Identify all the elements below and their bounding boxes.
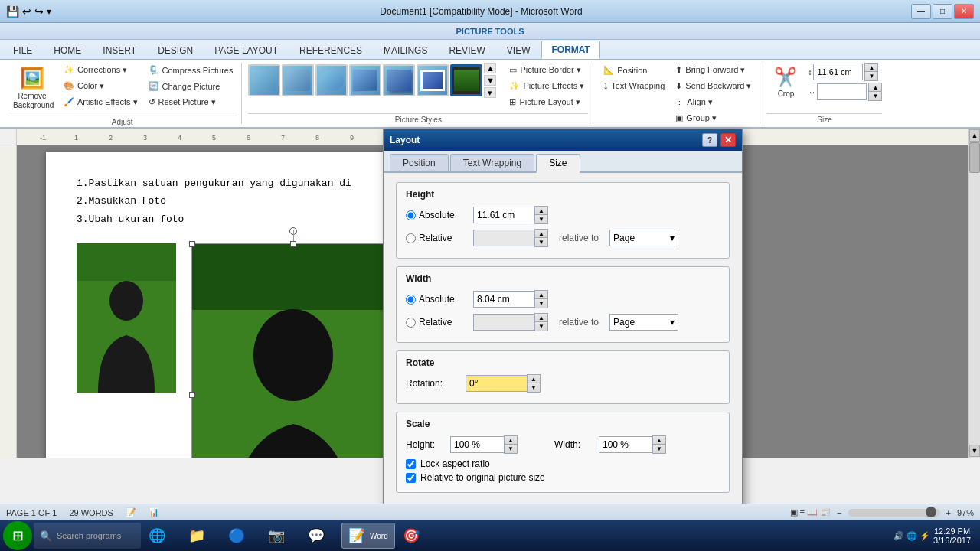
- width-up[interactable]: ▲: [869, 83, 881, 92]
- scale-height-spinner[interactable]: ▲ ▼: [504, 435, 518, 454]
- height-down[interactable]: ▼: [865, 72, 877, 80]
- remove-background-button[interactable]: 🖼️ RemoveBackground: [8, 63, 57, 114]
- handle-tl[interactable]: [189, 241, 195, 247]
- picture-border-button[interactable]: ▭ Picture Border ▾: [505, 63, 588, 77]
- dialog-tab-size[interactable]: Size: [536, 154, 580, 173]
- taskbar-chrome[interactable]: 🔵: [222, 523, 260, 549]
- corrections-button[interactable]: ✨ Corrections ▾: [60, 63, 142, 77]
- height-relative-label[interactable]: Relative: [406, 233, 467, 243]
- scroll-down-btn[interactable]: ▼: [969, 445, 980, 457]
- height-spinner[interactable]: ▲ ▼: [864, 63, 878, 81]
- scale-width-input[interactable]: [599, 436, 652, 453]
- style-thumb-3[interactable]: [315, 64, 348, 96]
- zoom-slider[interactable]: [848, 509, 940, 517]
- zoom-in-btn[interactable]: +: [946, 508, 951, 517]
- height-relative-radio[interactable]: [406, 233, 416, 243]
- style-thumb-4[interactable]: [349, 64, 381, 96]
- sw-up[interactable]: ▲: [653, 436, 665, 445]
- taskbar-search[interactable]: 🔍 Search programs: [34, 523, 141, 549]
- height-rel-down[interactable]: ▼: [535, 238, 547, 246]
- taskbar-chat[interactable]: 💬: [302, 523, 340, 549]
- height-rel-up[interactable]: ▲: [535, 230, 547, 238]
- tab-format[interactable]: FORMAT: [541, 41, 599, 59]
- height-absolute-input[interactable]: [473, 207, 534, 223]
- style-thumb-2[interactable]: [282, 64, 314, 96]
- width-input[interactable]: [817, 83, 867, 100]
- text-wrapping-button[interactable]: ⤵ Text Wrapping: [599, 79, 668, 93]
- tab-design[interactable]: DESIGN: [148, 41, 203, 59]
- close-button[interactable]: ✕: [954, 4, 974, 19]
- artistic-effects-button[interactable]: 🖌️ Artistic Effects ▾: [60, 95, 142, 109]
- start-button[interactable]: ⊞: [3, 521, 32, 550]
- zoom-out-btn[interactable]: −: [837, 508, 841, 517]
- height-absolute-radio[interactable]: [406, 210, 416, 220]
- handle-ml[interactable]: [189, 392, 195, 398]
- height-relative-to-dropdown[interactable]: Page▾: [609, 230, 678, 246]
- large-photo[interactable]: [191, 243, 394, 458]
- quick-access[interactable]: 💾 ↩ ↪ ▾: [6, 5, 51, 18]
- sh-down[interactable]: ▼: [505, 445, 517, 453]
- width-absolute-spinner[interactable]: ▲ ▼: [534, 290, 548, 308]
- style-thumb-7[interactable]: [450, 64, 482, 96]
- rotation-input[interactable]: [466, 375, 527, 392]
- tab-review[interactable]: REVIEW: [439, 41, 495, 59]
- height-abs-down[interactable]: ▼: [535, 215, 547, 223]
- taskbar-ie[interactable]: 🌐: [142, 523, 181, 549]
- width-absolute-label[interactable]: Absolute: [406, 294, 467, 305]
- width-relative-label[interactable]: Relative: [406, 317, 467, 328]
- picture-effects-button[interactable]: ✨ Picture Effects ▾: [505, 79, 588, 93]
- minimize-button[interactable]: —: [911, 4, 931, 19]
- vertical-scrollbar[interactable]: ▲ ▼: [968, 129, 980, 458]
- tab-pagelayout[interactable]: PAGE LAYOUT: [204, 41, 288, 59]
- width-relative-to-dropdown[interactable]: Page▾: [609, 314, 678, 331]
- height-rel-spinner[interactable]: ▲ ▼: [534, 229, 548, 247]
- rotation-down[interactable]: ▼: [528, 383, 540, 392]
- taskbar-explorer[interactable]: 📁: [182, 523, 220, 549]
- rotation-spinner[interactable]: ▲ ▼: [527, 374, 541, 393]
- align-button[interactable]: ⋮ Align ▾: [671, 95, 755, 109]
- tab-insert[interactable]: INSERT: [93, 41, 146, 59]
- dialog-close-btn[interactable]: ✕: [720, 133, 736, 147]
- styles-expand[interactable]: ▾: [484, 87, 496, 98]
- compress-pictures-button[interactable]: 🗜️ Compress Pictures: [145, 63, 237, 77]
- width-relative-input[interactable]: [473, 314, 534, 331]
- width-down[interactable]: ▼: [869, 92, 881, 100]
- sh-up[interactable]: ▲: [505, 436, 517, 445]
- scale-width-spinner[interactable]: ▲ ▼: [652, 435, 666, 454]
- height-relative-input[interactable]: [473, 230, 534, 246]
- width-rel-spinner[interactable]: ▲ ▼: [534, 313, 548, 331]
- style-thumb-1[interactable]: [248, 64, 280, 96]
- taskbar-word[interactable]: 📝 Word: [341, 523, 395, 549]
- style-thumb-5[interactable]: [383, 64, 415, 96]
- dialog-min-btn[interactable]: ?: [702, 133, 717, 147]
- ribbon-tabs[interactable]: FILE HOME INSERT DESIGN PAGE LAYOUT REFE…: [0, 40, 980, 60]
- width-spinner[interactable]: ▲ ▼: [868, 83, 882, 101]
- relative-orig-checkbox[interactable]: [406, 473, 416, 483]
- width-abs-down[interactable]: ▼: [535, 299, 547, 308]
- relative-orig-label[interactable]: Relative to original picture size: [406, 472, 720, 483]
- tab-references[interactable]: REFERENCES: [289, 41, 372, 59]
- position-button[interactable]: 📐 Position: [599, 63, 668, 77]
- zoom-thumb[interactable]: [926, 507, 936, 517]
- height-absolute-spinner[interactable]: ▲ ▼: [534, 206, 548, 224]
- tab-mailings[interactable]: MAILINGS: [374, 41, 437, 59]
- rotation-up[interactable]: ▲: [528, 375, 540, 383]
- height-abs-up[interactable]: ▲: [535, 207, 547, 215]
- scale-height-input[interactable]: [450, 436, 504, 453]
- scroll-thumb[interactable]: [969, 142, 980, 173]
- send-backward-button[interactable]: ⬇ Send Backward ▾: [671, 79, 755, 93]
- bring-forward-button[interactable]: ⬆ Bring Forward ▾: [671, 63, 755, 77]
- crop-button[interactable]: ✂️ Crop: [766, 63, 805, 102]
- lock-aspect-label[interactable]: Lock aspect ratio: [406, 458, 720, 469]
- width-rel-up[interactable]: ▲: [535, 314, 547, 322]
- handle-tm[interactable]: [290, 241, 296, 247]
- taskbar-photo[interactable]: 📷: [262, 523, 300, 549]
- styles-scroll-down[interactable]: ▼: [484, 75, 496, 86]
- color-button[interactable]: 🎨 Color ▾: [60, 79, 142, 93]
- picture-layout-button[interactable]: ⊞ Picture Layout ▾: [505, 95, 588, 109]
- styles-scroll-up[interactable]: ▲: [484, 63, 496, 73]
- width-relative-radio[interactable]: [406, 318, 416, 328]
- lock-aspect-checkbox[interactable]: [406, 459, 416, 469]
- width-absolute-input[interactable]: [473, 291, 534, 308]
- maximize-button[interactable]: □: [933, 4, 952, 19]
